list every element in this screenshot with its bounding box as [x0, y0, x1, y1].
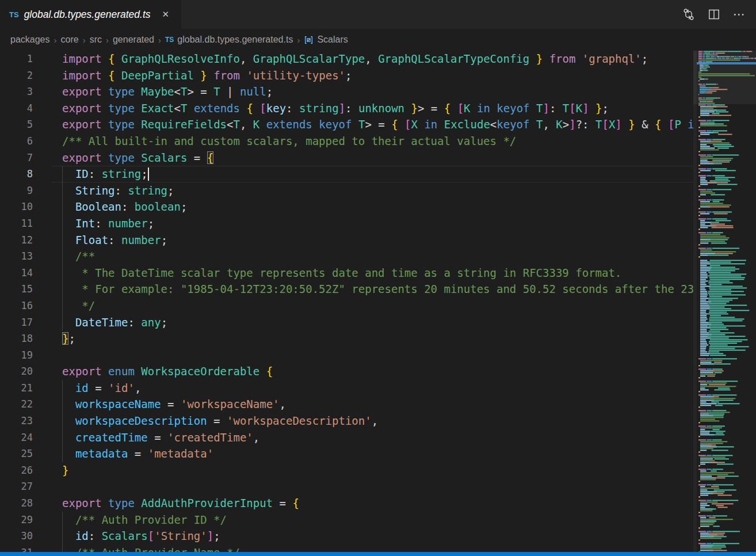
code-line-11[interactable]: Int: number; [52, 215, 693, 232]
breadcrumb-label: packages [10, 35, 50, 45]
breadcrumb-label: Scalars [317, 35, 348, 45]
breadcrumb-label: src [90, 35, 102, 45]
line-number: 16 [0, 298, 52, 314]
code-editor[interactable]: 1234567891011121314151617181920212223242… [0, 51, 756, 552]
code-line-24[interactable]: createdTime = 'createdTime', [52, 429, 693, 446]
line-number: 26 [0, 462, 52, 479]
code-content: import { GraphQLResolveInfo, GraphQLScal… [52, 51, 693, 552]
line-number: 5 [0, 116, 52, 133]
breadcrumb-separator-icon: › [83, 35, 86, 45]
symbol-variable-icon [304, 35, 314, 45]
line-number: 20 [0, 363, 52, 380]
line-number: 28 [0, 495, 52, 512]
line-number: 3 [0, 83, 52, 100]
code-line-14[interactable]: * The DateTime scalar type represents da… [52, 265, 693, 281]
minimap-canvas [698, 51, 756, 552]
tab-global-db-types-generated[interactable]: TS global.db.types.generated.ts ✕ [0, 0, 181, 29]
code-line-22[interactable]: workspaceName = 'workspaceName', [52, 396, 693, 413]
breadcrumb-separator-icon: › [54, 35, 57, 45]
breadcrumb: packages›core›src›generated›TSglobal.db.… [0, 29, 756, 51]
breadcrumb-label: global.db.types.generated.ts [177, 35, 293, 45]
line-number: 15 [0, 281, 52, 298]
breadcrumb-item-packages[interactable]: packages [10, 35, 50, 45]
breadcrumb-item-generated[interactable]: generated [113, 35, 154, 45]
minimap-border [693, 51, 697, 552]
minimap-current-line-marker [697, 62, 756, 64]
text-cursor [148, 167, 149, 181]
line-number: 10 [0, 199, 52, 215]
code-line-18[interactable]: }; [52, 330, 693, 347]
code-line-5[interactable]: export type RequireFields<T, K extends k… [52, 116, 693, 133]
code-line-31[interactable]: /** Auth Provider Name */ [52, 544, 693, 552]
line-number: 23 [0, 413, 52, 429]
tab-title: global.db.types.generated.ts [24, 9, 151, 21]
code-line-6[interactable]: /** All built-in and custom scalars, map… [52, 133, 693, 150]
code-line-16[interactable]: */ [52, 298, 693, 314]
line-number: 4 [0, 100, 52, 117]
line-number: 17 [0, 314, 52, 331]
more-actions-icon[interactable]: ⋯ [731, 6, 748, 23]
editor-actions: ⋯ [680, 0, 756, 29]
code-line-9[interactable]: String: string; [52, 182, 693, 199]
line-number: 29 [0, 512, 52, 528]
code-line-1[interactable]: import { GraphQLResolveInfo, GraphQLScal… [52, 51, 693, 67]
breadcrumb-label: generated [113, 35, 154, 45]
minimap-slider[interactable] [693, 51, 756, 104]
line-number: 14 [0, 265, 52, 281]
code-line-10[interactable]: Boolean: boolean; [52, 199, 693, 215]
line-number: 22 [0, 396, 52, 413]
typescript-file-icon: TS [9, 10, 19, 19]
breadcrumb-separator-icon: › [297, 35, 300, 45]
line-number: 8 [0, 166, 52, 182]
line-number: 12 [0, 232, 52, 249]
line-number: 1 [0, 51, 52, 67]
breadcrumb-label: core [61, 35, 79, 45]
typescript-file-icon: TS [165, 36, 174, 44]
open-changes-icon[interactable] [680, 6, 697, 23]
breadcrumb-item-scalars[interactable]: Scalars [304, 35, 348, 45]
split-editor-icon[interactable] [705, 6, 723, 23]
status-bar [0, 552, 756, 556]
code-line-15[interactable]: * For example: "1985-04-12T23:20:50.52Z"… [52, 281, 693, 298]
code-line-21[interactable]: id = 'id', [52, 380, 693, 397]
line-number: 31 [0, 544, 52, 552]
line-number: 25 [0, 445, 52, 462]
breadcrumb-separator-icon: › [106, 35, 109, 45]
code-line-30[interactable]: id: Scalars['String']; [52, 528, 693, 544]
line-number-gutter: 1234567891011121314151617181920212223242… [0, 51, 52, 552]
code-line-20[interactable]: export enum WorkspaceOrderable { [52, 363, 693, 380]
line-number: 18 [0, 330, 52, 347]
code-line-7[interactable]: export type Scalars = { [52, 150, 693, 166]
breadcrumb-item-global-db-types-generated-ts[interactable]: TSglobal.db.types.generated.ts [165, 35, 293, 45]
line-number: 24 [0, 429, 52, 446]
code-line-4[interactable]: export type Exact<T extends { [key: stri… [52, 100, 693, 117]
code-line-3[interactable]: export type Maybe<T> = T | null; [52, 83, 693, 100]
code-line-12[interactable]: Float: number; [52, 232, 693, 249]
code-line-13[interactable]: /** [52, 248, 693, 265]
code-line-19[interactable] [52, 347, 693, 364]
code-line-26[interactable]: } [52, 462, 693, 479]
breadcrumb-separator-icon: › [158, 35, 161, 45]
code-line-23[interactable]: workspaceDescription = 'workspaceDescrip… [52, 413, 693, 429]
close-tab-icon[interactable]: ✕ [159, 7, 173, 21]
line-number: 6 [0, 133, 52, 150]
code-line-8[interactable]: ID: string; [52, 166, 693, 182]
line-number: 9 [0, 182, 52, 199]
breadcrumb-item-src[interactable]: src [90, 35, 102, 45]
line-number: 13 [0, 248, 52, 265]
code-line-29[interactable]: /** Auth Provider ID */ [52, 512, 693, 528]
code-line-27[interactable] [52, 478, 693, 495]
line-number: 30 [0, 528, 52, 544]
code-line-2[interactable]: import { DeepPartial } from 'utility-typ… [52, 67, 693, 84]
current-line-highlight [52, 166, 693, 182]
line-number: 21 [0, 380, 52, 397]
tab-bar: TS global.db.types.generated.ts ✕ ⋯ [0, 0, 756, 29]
minimap[interactable] [693, 51, 756, 552]
line-number: 19 [0, 347, 52, 364]
code-line-25[interactable]: metadata = 'metadata' [52, 445, 693, 462]
breadcrumb-item-core[interactable]: core [61, 35, 79, 45]
code-line-28[interactable]: export type AddAuthProviderInput = { [52, 495, 693, 512]
line-number: 2 [0, 67, 52, 84]
line-number: 7 [0, 150, 52, 166]
code-line-17[interactable]: DateTime: any; [52, 314, 693, 331]
